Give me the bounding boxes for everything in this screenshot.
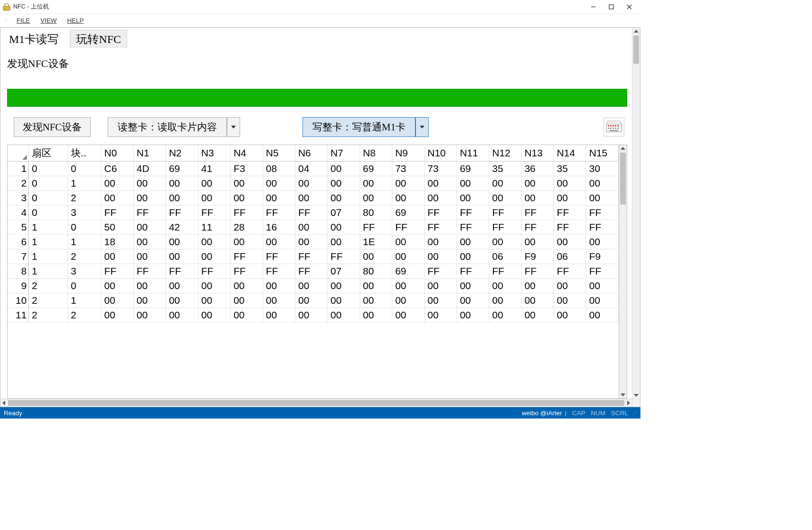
cell-n7[interactable]: 07 <box>328 264 360 279</box>
cell-n2[interactable]: 00 <box>166 191 198 205</box>
cell-n3[interactable]: 00 <box>198 279 230 293</box>
table-row[interactable]: 403FFFFFFFFFFFFFF078069FFFFFFFFFFFF <box>8 205 619 220</box>
cell-n15[interactable]: 00 <box>586 191 619 205</box>
row-index[interactable]: 10 <box>8 293 29 308</box>
cell-n14[interactable]: FF <box>554 205 586 220</box>
cell-n12[interactable]: 00 <box>489 293 521 308</box>
cell-n11[interactable]: 69 <box>457 162 489 176</box>
cell-n6[interactable]: 00 <box>295 308 327 323</box>
cell-n1[interactable]: 00 <box>134 293 166 308</box>
cell-n6[interactable]: 00 <box>295 191 327 205</box>
cell-n9[interactable]: 00 <box>392 279 424 293</box>
cell-n7[interactable]: 00 <box>328 279 360 293</box>
cell-n9[interactable]: 73 <box>392 162 424 176</box>
col-n6[interactable]: N6 <box>295 145 327 162</box>
cell-block[interactable]: 1 <box>68 176 101 191</box>
cell-n13[interactable]: 00 <box>521 176 553 191</box>
cell-n15[interactable]: FF <box>586 205 619 220</box>
cell-n13[interactable]: 00 <box>521 308 553 323</box>
cell-n11[interactable]: FF <box>457 205 489 220</box>
col-n4[interactable]: N4 <box>231 145 263 162</box>
cell-n15[interactable]: FF <box>586 220 619 235</box>
cell-n10[interactable]: FF <box>424 205 457 220</box>
cell-n2[interactable]: 00 <box>166 279 198 293</box>
cell-n2[interactable]: 00 <box>166 293 198 308</box>
cell-n7[interactable]: FF <box>328 249 360 264</box>
cell-n12[interactable]: FF <box>489 205 521 220</box>
cell-block[interactable]: 0 <box>68 220 101 235</box>
cell-n8[interactable]: 00 <box>360 191 392 205</box>
cell-n2[interactable]: 42 <box>166 220 198 235</box>
cell-n5[interactable]: FF <box>263 249 295 264</box>
cell-n15[interactable]: 30 <box>586 162 619 176</box>
cell-n1[interactable]: 00 <box>134 220 166 235</box>
menu-help[interactable]: HELP <box>63 16 88 26</box>
cell-sector[interactable]: 1 <box>29 220 68 235</box>
row-index[interactable]: 5 <box>8 220 29 235</box>
table-row[interactable]: 813FFFFFFFFFFFFFF078069FFFFFFFFFFFF <box>8 264 619 279</box>
cell-n4[interactable]: FF <box>231 264 263 279</box>
cell-n12[interactable]: FF <box>489 220 521 235</box>
col-n14[interactable]: N14 <box>554 145 586 162</box>
col-n12[interactable]: N12 <box>489 145 521 162</box>
cell-n7[interactable]: 07 <box>328 205 360 220</box>
cell-n2[interactable]: FF <box>166 205 198 220</box>
cell-n7[interactable]: 00 <box>328 308 360 323</box>
cell-n0[interactable]: 50 <box>101 220 133 235</box>
cell-n13[interactable]: 00 <box>521 191 553 205</box>
cell-n6[interactable]: FF <box>295 264 327 279</box>
cell-n3[interactable]: FF <box>198 264 230 279</box>
cell-block[interactable]: 2 <box>68 308 101 323</box>
cell-block[interactable]: 0 <box>68 279 101 293</box>
row-index[interactable]: 8 <box>8 264 29 279</box>
cell-sector[interactable]: 0 <box>29 176 68 191</box>
cell-sector[interactable]: 0 <box>29 205 68 220</box>
cell-n1[interactable]: 00 <box>134 235 166 249</box>
cell-n7[interactable]: 00 <box>328 191 360 205</box>
table-row[interactable]: 5105000421128160000FFFFFFFFFFFFFFFF <box>8 220 619 235</box>
cell-sector[interactable]: 1 <box>29 235 68 249</box>
cell-n11[interactable]: 00 <box>457 176 489 191</box>
table-row[interactable]: 71200000000FFFFFFFF0000000006F906F9 <box>8 249 619 264</box>
discover-device-button[interactable]: 发现NFC设备 <box>14 117 91 137</box>
cell-n1[interactable]: 00 <box>134 176 166 191</box>
cell-n13[interactable]: 36 <box>521 162 553 176</box>
row-index[interactable]: 4 <box>8 205 29 220</box>
cell-n9[interactable]: 00 <box>392 191 424 205</box>
cell-n0[interactable]: 00 <box>101 176 133 191</box>
maximize-button[interactable] <box>605 2 617 12</box>
cell-n6[interactable]: 00 <box>295 220 327 235</box>
cell-n5[interactable]: 00 <box>263 308 295 323</box>
cell-n10[interactable]: 00 <box>424 176 457 191</box>
cell-n8[interactable]: FF <box>360 220 392 235</box>
cell-n6[interactable]: FF <box>295 249 327 264</box>
col-n11[interactable]: N11 <box>457 145 489 162</box>
cell-n2[interactable]: 00 <box>166 249 198 264</box>
table-row[interactable]: 61118000000000000001E00000000000000 <box>8 235 619 249</box>
cell-n15[interactable]: 00 <box>586 293 619 308</box>
row-index[interactable]: 9 <box>8 279 29 293</box>
cell-n6[interactable]: 04 <box>295 162 327 176</box>
cell-n4[interactable]: F3 <box>231 162 263 176</box>
cell-n1[interactable]: FF <box>134 205 166 220</box>
col-n13[interactable]: N13 <box>521 145 553 162</box>
cell-n8[interactable]: 00 <box>360 308 392 323</box>
cell-n9[interactable]: FF <box>392 220 424 235</box>
cell-n14[interactable]: 00 <box>554 191 586 205</box>
cell-n13[interactable]: F9 <box>521 249 553 264</box>
col-n15[interactable]: N15 <box>586 145 619 162</box>
virtual-keyboard-button[interactable] <box>604 118 624 137</box>
cell-n8[interactable]: 00 <box>360 249 392 264</box>
cell-n13[interactable]: FF <box>521 264 553 279</box>
cell-n14[interactable]: 00 <box>554 279 586 293</box>
cell-n4[interactable]: 00 <box>231 293 263 308</box>
tab-play-nfc[interactable]: 玩转NFC <box>70 30 127 48</box>
cell-n4[interactable]: 00 <box>231 279 263 293</box>
data-table-scroll[interactable]: 扇区 块.. N0N1N2N3N4N5N6N7N8N9N10N11N12N13N… <box>7 145 619 399</box>
cell-n9[interactable]: 69 <box>392 264 424 279</box>
cell-n6[interactable]: 00 <box>295 279 327 293</box>
cell-n4[interactable]: 00 <box>231 191 263 205</box>
cell-n11[interactable]: FF <box>457 264 489 279</box>
cell-sector[interactable]: 2 <box>29 308 68 323</box>
cell-n14[interactable]: 00 <box>554 235 586 249</box>
